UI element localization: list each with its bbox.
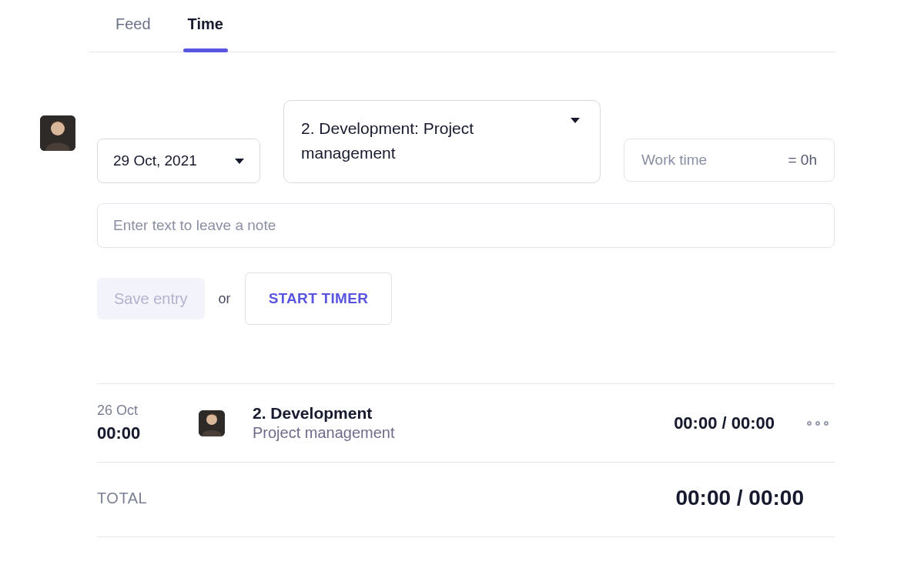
total-value: 00:00 / 00:00 <box>675 486 835 510</box>
project-value: 2. Development: Project management <box>301 119 474 162</box>
avatar <box>40 115 75 151</box>
worktime-value: = 0h <box>788 152 817 169</box>
worktime-label: Work time <box>641 152 707 169</box>
or-label: or <box>219 291 231 307</box>
project-select[interactable]: 2. Development: Project management <box>283 100 601 183</box>
date-picker[interactable]: 29 Oct, 2021 <box>97 139 260 183</box>
time-entries-list: 26 Oct 00:00 2. Development Project mana… <box>97 383 835 537</box>
dots-icon <box>824 421 829 426</box>
chevron-down-icon <box>235 159 244 164</box>
total-row: TOTAL 00:00 / 00:00 <box>97 463 835 537</box>
tab-feed[interactable]: Feed <box>116 15 151 52</box>
date-value: 29 Oct, 2021 <box>113 152 197 169</box>
worktime-input[interactable]: Work time = 0h <box>624 139 835 182</box>
entry-duration: 00:00 / 00:00 <box>674 413 775 433</box>
save-entry-button[interactable]: Save entry <box>97 278 205 319</box>
svg-point-3 <box>206 414 217 425</box>
entry-more-button[interactable] <box>801 415 835 432</box>
svg-point-1 <box>51 122 65 135</box>
tab-time[interactable]: Time <box>188 15 223 52</box>
entry-avatar <box>199 410 225 436</box>
note-field[interactable] <box>97 203 835 248</box>
time-entry-form: 29 Oct, 2021 2. Development: Project man… <box>89 52 835 537</box>
total-label: TOTAL <box>97 490 147 507</box>
entry-subtitle: Project management <box>253 424 395 442</box>
entry-title: 2. Development <box>253 404 395 423</box>
note-input[interactable] <box>113 217 819 234</box>
time-entry-row: 26 Oct 00:00 2. Development Project mana… <box>97 383 835 463</box>
dots-icon <box>815 421 820 426</box>
start-timer-button[interactable]: START TIMER <box>245 272 393 325</box>
chevron-down-icon <box>571 118 580 123</box>
entry-date: 26 Oct <box>97 403 199 419</box>
dots-icon <box>807 421 812 426</box>
entry-time: 00:00 <box>97 423 199 443</box>
tab-bar: Feed Time <box>89 0 835 52</box>
